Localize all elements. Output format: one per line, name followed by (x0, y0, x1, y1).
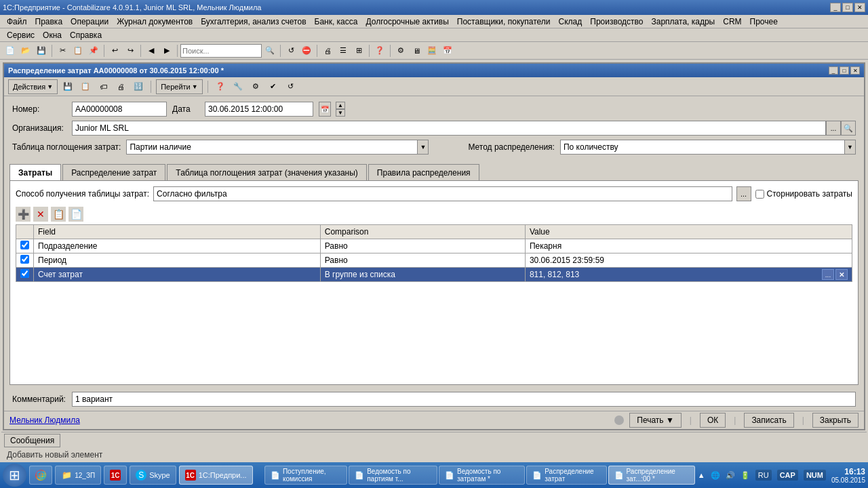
menu-help[interactable]: Справка (66, 29, 106, 41)
copy-row-button[interactable]: 📋 (51, 207, 66, 222)
doc-mark-btn[interactable]: 🏷 (96, 79, 111, 94)
doc-save-btn[interactable]: 💾 (60, 79, 75, 94)
refresh-button[interactable]: ↺ (283, 43, 298, 58)
delete-row-button[interactable]: ✕ (33, 207, 48, 222)
taskbar-lang[interactable]: RU (755, 470, 772, 481)
menu-salary[interactable]: Зарплата, кадры (648, 16, 719, 28)
method-input[interactable] (560, 140, 845, 155)
taskbar-distribution[interactable]: 📄 Распределение затрат (526, 466, 606, 485)
taskbar-1c-icon[interactable]: 1С (104, 466, 127, 485)
doc-print-btn[interactable]: 🖨 (113, 79, 128, 94)
settings-button[interactable]: ⚙ (393, 43, 408, 58)
org-search-button[interactable]: 🔍 (841, 121, 856, 136)
doc-help-btn[interactable]: ❓ (213, 79, 228, 94)
comment-input[interactable] (72, 392, 856, 407)
ok-button[interactable]: ОК (700, 413, 726, 428)
doc-close-button[interactable]: ✕ (850, 66, 860, 75)
menu-warehouse[interactable]: Склад (555, 16, 587, 28)
user-link[interactable]: Мельник Людмила (9, 415, 80, 425)
doc-calc-btn[interactable]: 🔢 (131, 79, 146, 94)
print-button[interactable]: 🖨 (320, 43, 335, 58)
doc-copy-btn[interactable]: 📋 (78, 79, 93, 94)
doc-refresh2-btn[interactable]: ↺ (283, 79, 298, 94)
menu-assets[interactable]: Долгосрочные активы (361, 16, 452, 28)
table-button[interactable]: ⊞ (351, 43, 366, 58)
date-calendar-button[interactable]: 📅 (319, 102, 331, 117)
messages-tab[interactable]: Сообщения (4, 434, 60, 447)
doc-maximize-button[interactable]: □ (840, 66, 849, 75)
tab-costs[interactable]: Затраты (9, 164, 61, 180)
row3-checkbox[interactable] (20, 269, 29, 278)
taskbar-costs-report[interactable]: 📄 Ведомость по затратам * (439, 466, 525, 485)
table-row[interactable]: Подразделение Равно Пекарня (16, 239, 852, 253)
filter-ellipsis-button[interactable]: ... (736, 186, 751, 201)
row3-ellipsis-button[interactable]: ... (822, 269, 834, 280)
tab-distribution[interactable]: Распределение затрат (62, 164, 165, 180)
write-button[interactable]: Записать (744, 413, 793, 428)
tab-absorption-table[interactable]: Таблица поглощения затрат (значения указ… (167, 164, 366, 180)
taskbar-distribution-active[interactable]: 📄 Распределение зат...:00 * (608, 466, 695, 485)
actions-button[interactable]: Действия ▼ (8, 79, 58, 94)
close-app-button[interactable]: ✕ (854, 3, 865, 12)
date-input[interactable] (205, 102, 313, 117)
date-down-button[interactable]: ▼ (336, 109, 345, 117)
doc-filter-btn[interactable]: 🔧 (231, 79, 245, 94)
menu-crm[interactable]: CRM (719, 16, 745, 28)
doc-settings-btn[interactable]: ⚙ (248, 79, 263, 94)
print-dropdown-button[interactable]: Печать ▼ (629, 413, 682, 428)
reverse-costs-checkbox[interactable] (755, 190, 764, 199)
maximize-button[interactable]: □ (842, 3, 853, 12)
table-row-selected[interactable]: Счет затрат В группе из списка 811, 812,… (16, 268, 852, 282)
menu-suppliers[interactable]: Поставщики, покупатели (453, 16, 555, 28)
open-button[interactable]: 📂 (18, 43, 33, 58)
cut-button[interactable]: ✂ (55, 43, 70, 58)
forward-button[interactable]: ▶ (159, 43, 174, 58)
new-doc-button[interactable]: 📄 (3, 43, 18, 58)
add-row-button[interactable]: ➕ (16, 207, 31, 222)
menu-accounting[interactable]: Бухгалтерия, анализ счетов (197, 16, 310, 28)
taskbar-up-arrow[interactable]: ▲ (698, 471, 705, 479)
menu-service[interactable]: Сервис (3, 29, 39, 41)
org-input[interactable] (72, 121, 826, 136)
taskbar-files[interactable]: 📁 12_ЗП (55, 466, 101, 485)
calendar-button[interactable]: 📅 (440, 43, 455, 58)
monitor-button[interactable]: 🖥 (409, 43, 424, 58)
start-button[interactable]: ⊞ (3, 464, 26, 487)
date-up-button[interactable]: ▲ (336, 102, 345, 109)
menu-operations[interactable]: Операции (66, 16, 113, 28)
stop-button[interactable]: ⛔ (299, 43, 314, 58)
menu-journal[interactable]: Журнал документов (113, 16, 197, 28)
search-button[interactable]: 🔍 (262, 43, 277, 58)
search-input[interactable] (180, 44, 262, 58)
tab-rules[interactable]: Правила распределения (368, 164, 479, 180)
org-ellipsis-button[interactable]: ... (826, 121, 841, 136)
row2-checkbox[interactable] (20, 255, 29, 264)
method-dropdown-button[interactable]: ▼ (845, 140, 856, 155)
taskbar-posting[interactable]: 📄 Поступление, комиссия (264, 466, 347, 485)
undo-button[interactable]: ↩ (107, 43, 122, 58)
back-button[interactable]: ◀ (144, 43, 159, 58)
menu-edit[interactable]: Правка (31, 16, 67, 28)
menu-file[interactable]: Файл (3, 16, 31, 28)
taskbar-parties[interactable]: 📄 Ведомость по партиям т... (349, 466, 437, 485)
taskbar-skype[interactable]: S Skype (130, 466, 176, 485)
move-row-button[interactable]: 📄 (68, 207, 83, 222)
save-button[interactable]: 💾 (34, 43, 49, 58)
doc-minimize-button[interactable]: _ (829, 66, 838, 75)
menu-other[interactable]: Прочее (746, 16, 782, 28)
calc-button[interactable]: 🧮 (425, 43, 439, 58)
row3-clear-button[interactable]: ✕ (835, 269, 848, 280)
menu-windows[interactable]: Окна (39, 29, 66, 41)
table-dropdown-button[interactable]: ▼ (418, 140, 429, 155)
filter-input[interactable] (153, 186, 732, 201)
doc-check-btn[interactable]: ✔ (266, 79, 281, 94)
row1-checkbox[interactable] (20, 241, 29, 249)
paste-button[interactable]: 📌 (86, 43, 101, 58)
menu-production[interactable]: Производство (586, 16, 647, 28)
copy-button[interactable]: 📋 (71, 43, 85, 58)
help-button[interactable]: ❓ (372, 43, 387, 58)
navigate-button[interactable]: Перейти ▼ (156, 79, 203, 94)
taskbar-chrome[interactable]: 🌐 (29, 466, 52, 485)
taskbar-1c-app[interactable]: 1С 1С:Предпри... (179, 466, 253, 485)
nomer-input[interactable] (72, 102, 167, 117)
